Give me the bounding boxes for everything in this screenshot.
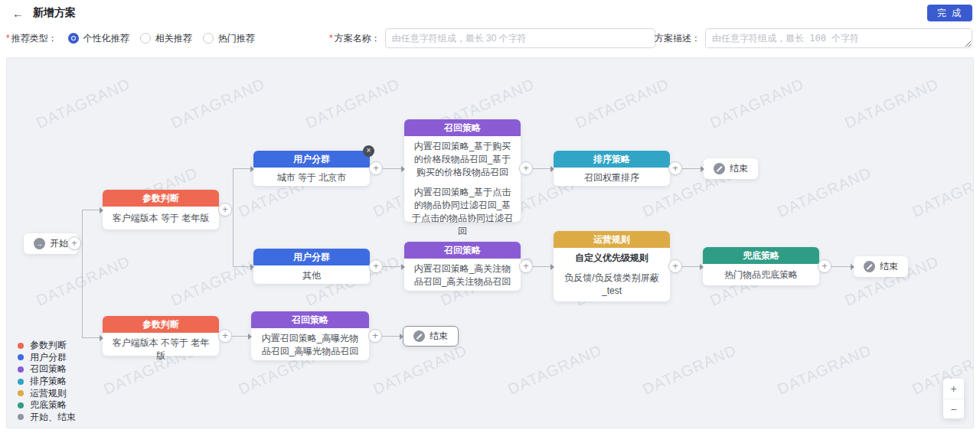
edge-line [382, 336, 403, 337]
add-node-button[interactable]: + [369, 161, 383, 175]
plan-name-input[interactable] [385, 28, 655, 48]
node-body: 客户端版本 等于 老年版 [113, 212, 210, 225]
legend-label: 运营规则 [30, 387, 67, 400]
legend-dot [18, 414, 24, 420]
node-sort-1[interactable]: 排序策略 召回权重排序 [554, 151, 670, 186]
end-node-1[interactable]: 结束 [704, 158, 758, 179]
plan-desc-label: 方案描述： [655, 32, 701, 45]
zoom-in-button[interactable]: + [943, 379, 964, 399]
node-body: 负反馈/负反馈类别屏蔽_test [560, 272, 663, 298]
node-title: 兜底策略 [743, 250, 779, 261]
radio-icon[interactable] [140, 33, 151, 44]
node-body: 内置召回策略_基于点击的物品协同过滤召回_基于点击的物品协同过滤召回 [411, 186, 514, 238]
node-fallback[interactable]: 兜底策略 热门物品兜底策略 [703, 247, 819, 285]
node-param-judge-2[interactable]: 参数判断 客户端版本 不等于 老年版 [103, 316, 219, 356]
node-body: 城市 等于 北京市 [277, 171, 347, 184]
edge-line [383, 168, 404, 169]
zoom-out-button[interactable]: − [943, 399, 964, 418]
legend-dot [18, 366, 24, 373]
node-user-segment-2[interactable]: 用户分群 其他 [253, 249, 370, 284]
edge-line [233, 168, 253, 169]
add-node-button[interactable]: + [818, 259, 831, 273]
watermark-text: DATAGRAND [573, 75, 672, 132]
edge-line [533, 168, 554, 169]
watermark-text: DATAGRAND [168, 75, 268, 132]
edge-line [82, 337, 103, 338]
node-recall-1[interactable]: 召回策略 内置召回策略_基于购买的价格段物品召回_基于购买的价格段物品召回 内置… [404, 119, 521, 222]
add-node-button[interactable]: + [668, 259, 682, 273]
add-node-button[interactable]: + [369, 259, 383, 273]
node-title: 用户分群 [293, 252, 330, 262]
watermark-text: DATAGRAND [505, 341, 605, 399]
legend-item: 开始、结束 [18, 412, 76, 424]
add-node-button[interactable]: + [519, 259, 533, 273]
legend-dot [18, 402, 24, 409]
add-node-button[interactable]: + [368, 329, 382, 343]
end-node-2[interactable]: 结束 [854, 256, 908, 277]
flow-canvas[interactable]: DATAGRANDDATAGRANDDATAGRANDDATAGRANDDATA… [6, 57, 974, 428]
watermark-text: DATAGRAND [775, 164, 874, 221]
node-header: 用户分群 [253, 249, 370, 265]
radio-icon[interactable] [68, 33, 79, 44]
finish-button[interactable]: 完 成 [927, 5, 972, 21]
node-recall-2[interactable]: 召回策略 内置召回策略_高关注物品召回_高关注物品召回 [404, 242, 521, 291]
legend-label: 参数判断 [30, 339, 67, 352]
plan-desc-input[interactable] [705, 28, 972, 48]
legend-item: 排序策略 [18, 376, 76, 388]
add-node-button[interactable]: + [668, 161, 682, 175]
edge-line [233, 266, 253, 267]
watermark-text: DATAGRAND [34, 252, 133, 310]
node-header: 召回策略 [404, 242, 521, 259]
legend: 参数判断 用户分群 召回策略 排序策略 运营规则 兜底策略 开始、结束 [18, 340, 76, 423]
node-param-judge-1[interactable]: 参数判断 客户端版本 等于 老年版 [103, 190, 219, 230]
node-body: 内置召回策略_高关注物品召回_高关注物品召回 [411, 262, 514, 288]
radio-icon[interactable] [203, 33, 214, 44]
node-body: 内置召回策略_基于购买的价格段物品召回_基于购买的价格段物品召回 [411, 140, 514, 179]
edge-line [682, 266, 703, 267]
node-title: 召回策略 [292, 314, 328, 325]
radio-personalized[interactable]: 个性化推荐 [68, 32, 129, 45]
watermark-text: DATAGRAND [707, 75, 807, 132]
required-mark: * [6, 33, 10, 44]
add-node-button[interactable]: + [67, 236, 81, 250]
node-body: 其他 [302, 269, 321, 282]
node-header: 召回策略 [251, 311, 369, 328]
node-user-segment-1[interactable]: × 用户分群 城市 等于 北京市 [253, 151, 370, 186]
node-title: 运营规则 [593, 234, 630, 245]
edge-line [533, 266, 554, 267]
edge-line [82, 210, 83, 338]
required-mark: * [329, 33, 333, 44]
legend-item: 兜底策略 [18, 399, 76, 412]
radio-hot[interactable]: 热门推荐 [203, 32, 255, 45]
edge-line [232, 336, 251, 337]
watermark-text: DATAGRAND [910, 164, 974, 221]
close-icon[interactable]: × [363, 145, 374, 157]
node-title: 召回策略 [444, 245, 481, 256]
watermark-text: DATAGRAND [371, 341, 470, 399]
node-title: 参数判断 [142, 193, 179, 203]
form-row: * 推荐类型： 个性化推荐 相关推荐 热门推荐 * 方案名称： 方案描述： [0, 26, 980, 50]
node-header: 兜底策略 [703, 247, 819, 264]
end-icon [714, 163, 725, 174]
add-node-button[interactable]: + [218, 203, 232, 216]
back-icon[interactable]: ← [8, 7, 28, 20]
radio-related[interactable]: 相关推荐 [140, 32, 192, 45]
node-recall-3[interactable]: 召回策略 内置召回策略_高曝光物品召回_高曝光物品召回 [251, 311, 369, 360]
edge-line [233, 168, 234, 267]
node-operation-rule[interactable]: 运营规则 自定义优先级规则 负反馈/负反馈类别屏蔽_test [554, 231, 670, 301]
node-header: 召回策略 [404, 119, 521, 136]
edge-line [82, 210, 103, 210]
edge-line [682, 168, 704, 169]
add-node-button[interactable]: + [519, 161, 533, 175]
legend-label: 开始、结束 [30, 411, 76, 424]
node-title: 召回策略 [444, 122, 481, 133]
end-label: 结束 [880, 260, 898, 273]
node-title: 参数判断 [142, 319, 179, 330]
legend-item: 召回策略 [18, 363, 76, 376]
node-title: 排序策略 [593, 154, 630, 164]
add-node-button[interactable]: + [218, 329, 232, 343]
recommend-type-label: 推荐类型： [11, 32, 57, 45]
radio-label: 热门推荐 [218, 32, 255, 45]
node-header: 用户分群 [253, 151, 370, 168]
end-node-3[interactable]: 结束 [403, 326, 459, 347]
